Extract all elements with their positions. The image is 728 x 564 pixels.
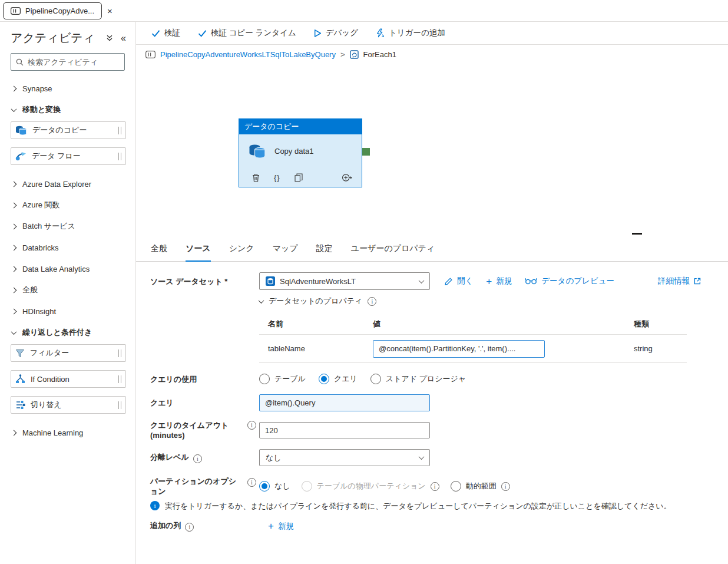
use-query-query-radio[interactable]: クエリ (319, 374, 358, 384)
breadcrumb-pipeline-link[interactable]: PipelineCopyAdventureWorksLTSqlToLakeByQ… (160, 50, 336, 59)
chevron-down-icon (11, 106, 17, 112)
partition-dynamic-radio[interactable]: 動的範囲 (451, 481, 510, 492)
sidebar-group-azure-functions[interactable]: Azure 関数 (0, 194, 135, 216)
activity-search-box[interactable] (11, 53, 125, 71)
sidebar-group-databricks[interactable]: Databricks (0, 237, 135, 258)
partition-none-radio[interactable]: なし (259, 481, 290, 492)
tab-general[interactable]: 全般 (151, 236, 167, 261)
drag-handle-icon[interactable] (118, 375, 121, 383)
sidebar-group-iteration[interactable]: 繰り返しと条件付き (0, 322, 135, 343)
sidebar-group-machine-learning[interactable]: Machine Learning (0, 422, 135, 443)
param-name: tableName (259, 344, 364, 353)
info-filled-icon (150, 501, 160, 510)
output-port[interactable] (362, 148, 370, 156)
delete-activity-icon[interactable] (252, 173, 260, 182)
glasses-icon (525, 278, 537, 285)
use-query-table-radio[interactable]: テーブル (259, 374, 306, 384)
partition-info-message: 実行をトリガーするか、またはパイプラインを発行する前に、データをプレビューしてパ… (150, 501, 728, 511)
add-trigger-button[interactable]: トリガーの追加 (376, 28, 445, 38)
drag-handle-icon[interactable] (118, 349, 121, 357)
node-header: データのコピー (239, 119, 362, 134)
validate-button[interactable]: 検証 (151, 28, 180, 38)
dataset-parameters-table: 名前 値 種類 tableName string (259, 314, 687, 363)
activity-if-condition[interactable]: If Condition (11, 370, 126, 388)
drag-handle-icon[interactable] (118, 153, 121, 160)
dataset-icon (266, 276, 275, 286)
panel-resize-handle[interactable] (632, 233, 642, 235)
pipeline-icon (11, 7, 21, 15)
drag-handle-icon[interactable] (118, 127, 121, 134)
properties-tabs: 全般 ソース シンク マップ 設定 ユーザーのプロパティ (136, 236, 728, 262)
activity-search-input[interactable] (28, 58, 120, 67)
breadcrumb: PipelineCopyAdventureWorksLTSqlToLakeByQ… (136, 45, 728, 64)
code-braces-icon[interactable]: {} (274, 173, 280, 182)
additional-columns-new-button[interactable]: + 新規 (268, 521, 294, 532)
pipeline-canvas[interactable]: データのコピー Copy data1 {} (136, 64, 728, 236)
sidebar-group-azure-data-explorer[interactable]: Azure Data Explorer (0, 173, 135, 194)
add-output-icon[interactable] (342, 173, 352, 182)
pencil-icon (444, 277, 453, 286)
query-timeout-input[interactable] (259, 422, 430, 438)
additional-columns-label: 追加の列 (150, 520, 259, 532)
pipeline-tab[interactable]: PipelineCopyAdve... (3, 2, 102, 19)
filter-icon (15, 349, 25, 358)
activity-switch[interactable]: 切り替え (11, 396, 126, 414)
preview-data-button[interactable]: データのプレビュー (525, 276, 614, 286)
tab-source[interactable]: ソース (186, 236, 211, 261)
learn-more-link[interactable]: 詳細情報 (658, 276, 701, 286)
new-dataset-button[interactable]: + 新規 (486, 276, 512, 286)
partition-physical-radio[interactable]: テーブルの物理パーティション (302, 481, 439, 492)
sidebar-group-batch-service[interactable]: Batch サービス (0, 216, 135, 237)
sidebar-group-general[interactable]: 全般 (0, 279, 135, 301)
col-name: 名前 (259, 319, 364, 329)
copy-activity-node[interactable]: データのコピー Copy data1 {} (239, 118, 362, 187)
breadcrumb-separator: > (340, 50, 345, 59)
chevron-right-icon (11, 430, 17, 436)
chevron-right-icon (11, 85, 17, 91)
dataset-properties-toggle[interactable]: データセットのプロパティ (259, 296, 728, 306)
debug-button[interactable]: デバッグ (314, 28, 358, 38)
activity-data-flow[interactable]: データ フロー (11, 147, 126, 165)
info-icon (193, 454, 202, 463)
source-dataset-select[interactable]: SqlAdventureWorksLT (259, 272, 430, 290)
sidebar-title: アクティビティ (11, 30, 95, 46)
tab-settings[interactable]: 設定 (316, 236, 333, 261)
clone-activity-icon[interactable] (294, 173, 303, 182)
sidebar-group-hdinsight[interactable]: HDInsight (0, 301, 135, 322)
open-dataset-button[interactable]: 開く (444, 276, 473, 286)
isolation-level-select[interactable]: なし (259, 449, 430, 466)
param-value-input[interactable] (373, 340, 545, 358)
chevron-right-icon (11, 308, 17, 314)
info-icon (501, 482, 510, 491)
activity-copy-data[interactable]: データのコピー (11, 121, 126, 139)
validate-copy-runtime-button[interactable]: 検証 コピー ランタイム (198, 28, 296, 38)
chevron-right-icon (11, 287, 17, 293)
chevron-down-icon (419, 454, 425, 460)
info-icon (368, 297, 376, 306)
isolation-level-value: なし (266, 453, 282, 463)
expand-all-icon[interactable] (106, 34, 113, 42)
partition-radio-group: なし テーブルの物理パーティション 動的範囲 (259, 481, 510, 492)
chevron-right-icon (11, 223, 17, 229)
collapse-sidebar-icon[interactable]: « (121, 33, 126, 44)
query-input[interactable] (259, 394, 430, 411)
play-icon (314, 29, 322, 38)
use-query-sproc-radio[interactable]: ストアド プロシージャ (370, 374, 466, 384)
plus-icon: + (268, 521, 274, 531)
sidebar-group-move-transform[interactable]: 移動と変換 (0, 99, 135, 120)
sidebar-group-synapse[interactable]: Synapse (0, 78, 135, 99)
activity-filter[interactable]: フィルター (11, 344, 126, 362)
tab-mapping[interactable]: マップ (273, 236, 298, 261)
info-icon (431, 482, 439, 491)
drag-handle-icon[interactable] (118, 401, 121, 409)
chevron-right-icon (11, 202, 17, 208)
sidebar-group-data-lake-analytics[interactable]: Data Lake Analytics (0, 258, 135, 279)
tab-sink[interactable]: シンク (229, 236, 254, 261)
trigger-lightning-icon (376, 28, 385, 38)
isolation-level-label: 分離レベル (150, 452, 259, 463)
external-link-icon (694, 278, 701, 285)
source-dataset-label: ソース データセット * (150, 276, 259, 286)
tab-user-properties[interactable]: ユーザーのプロパティ (351, 236, 435, 261)
tab-bar: PipelineCopyAdve... × (0, 0, 728, 22)
tab-close-icon[interactable]: × (107, 6, 112, 15)
